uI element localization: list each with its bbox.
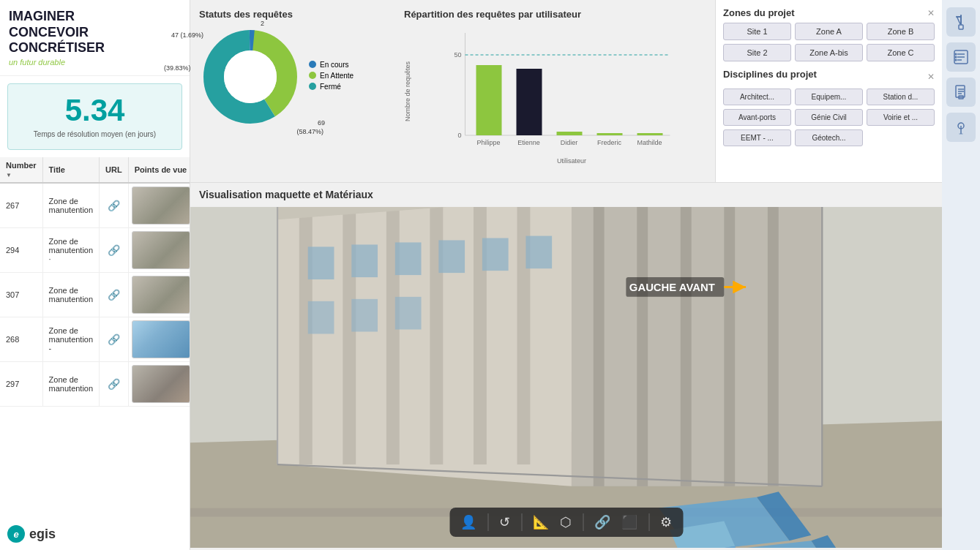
discipline-button[interactable]: EEMT - ... — [723, 129, 791, 146]
cell-url[interactable]: 🔗 — [100, 183, 129, 228]
zone-button[interactable]: Site 1 — [723, 23, 791, 40]
cell-url[interactable]: 🔗 — [100, 227, 129, 272]
svg-rect-38 — [438, 240, 465, 273]
cell-title: Zone de manutention · — [42, 227, 100, 272]
svg-rect-34 — [768, 207, 779, 486]
zone-button[interactable]: Zone A-bis — [795, 44, 863, 61]
col-number: Number▼ — [0, 157, 42, 183]
donut-svg — [199, 26, 302, 128]
table-row[interactable]: 297 Zone de manutention 🔗 — [0, 361, 190, 406]
donut-legend: En cours En Attente Fermé — [309, 61, 354, 94]
toolbar-screen-icon[interactable]: ⬛ — [621, 514, 637, 530]
cell-url[interactable]: 🔗 — [100, 317, 129, 361]
svg-point-3 — [224, 50, 277, 103]
link-icon[interactable]: 🔗 — [108, 334, 120, 345]
cell-url[interactable]: 🔗 — [100, 361, 129, 406]
right-sidebar — [942, 0, 980, 550]
toolbar-settings-icon[interactable]: ⚙ — [660, 514, 672, 530]
cell-number: 307 — [0, 272, 42, 317]
zones-grid: Site 1Zone AZone BSite 2Zone A-bisZone C — [723, 23, 935, 61]
zone-button[interactable]: Site 2 — [723, 44, 791, 61]
link-icon[interactable]: 🔗 — [108, 200, 120, 211]
dot-attente — [309, 72, 316, 79]
legend-attente: En Attente — [309, 72, 354, 80]
zones-panel: Zones du projet ✕ Site 1Zone AZone BSite… — [715, 0, 942, 182]
svg-rect-39 — [482, 238, 509, 271]
logo-area: IMAGINER CONCEVOIR CONCRÉTISER un futur … — [0, 0, 190, 76]
cell-thumbnail — [128, 227, 190, 272]
dot-encours — [309, 61, 316, 68]
top-charts: Statuts des requêtes 2 47 (1.69%) — [190, 0, 942, 183]
sidebar-location-icon[interactable] — [946, 113, 976, 142]
annot-39: (39.83%) — [164, 64, 191, 72]
svg-rect-31 — [637, 207, 648, 486]
discipline-button[interactable]: Voirie et ... — [867, 109, 935, 126]
discipline-button[interactable]: Génie Civil — [795, 109, 863, 126]
svg-text:GAUCHE AVANT: GAUCHE AVANT — [629, 282, 715, 293]
cell-title: Zone de manutention — [42, 183, 100, 228]
cell-url[interactable]: 🔗 — [100, 272, 129, 317]
discipline-button[interactable]: Avant-ports — [723, 109, 791, 126]
viewer-section: Visualisation maquette et Matériaux — [190, 183, 942, 550]
bar-section: Répartition des requêtes par utilisateur… — [395, 0, 715, 182]
discipline-button[interactable]: Equipem... — [795, 88, 863, 105]
cell-number: 294 — [0, 227, 42, 272]
svg-rect-9 — [476, 65, 502, 135]
building-svg: GAUCHE AVANT — [190, 207, 942, 548]
legend-encours: En cours — [309, 61, 354, 69]
svg-rect-62 — [959, 25, 963, 29]
svg-rect-30 — [594, 207, 605, 486]
metric-label: Temps de résolution moyen (en jours) — [15, 130, 174, 138]
sidebar-list-icon[interactable] — [946, 42, 976, 72]
cell-title: Zone de manutention — [42, 272, 100, 317]
disc-grid: Architect...Equipem...Station d...Avant-… — [723, 88, 935, 146]
toolbar-measure-icon[interactable]: 📐 — [533, 514, 549, 530]
zone-button[interactable]: Zone C — [867, 44, 935, 61]
svg-rect-32 — [681, 207, 692, 486]
toolbar-rotate-icon[interactable]: ↺ — [499, 514, 510, 530]
sidebar-crane-icon[interactable] — [946, 7, 976, 37]
cell-number: 268 — [0, 317, 42, 361]
link-icon[interactable]: 🔗 — [108, 244, 120, 256]
link-icon[interactable]: 🔗 — [108, 289, 120, 301]
sidebar-doc-icon[interactable] — [946, 78, 976, 107]
legend-ferme: Fermé — [309, 83, 354, 91]
label-attente: En Attente — [320, 72, 354, 80]
zone-button[interactable]: Zone B — [867, 23, 935, 40]
col-url: URL — [100, 157, 129, 183]
discipline-button[interactable]: Architect... — [723, 88, 791, 105]
svg-rect-41 — [308, 301, 334, 334]
disciplines-close-icon[interactable]: ✕ — [927, 72, 935, 82]
x-label: Utilisateur — [437, 157, 706, 165]
table-row[interactable]: 267 Zone de manutention 🔗 — [0, 183, 190, 228]
link-icon[interactable]: 🔗 — [108, 378, 120, 390]
table-row[interactable]: 294 Zone de manutention · 🔗 — [0, 227, 190, 272]
cell-number: 297 — [0, 361, 42, 406]
cell-thumbnail — [128, 272, 190, 317]
zone-button[interactable]: Zone A — [795, 23, 863, 40]
bottom-content: Visualisation maquette et Matériaux — [190, 183, 942, 550]
table-row[interactable]: 268 Zone de manutention - 🔗 — [0, 317, 190, 361]
disciplines-title: Disciplines du projet — [723, 69, 817, 80]
table-row[interactable]: 307 Zone de manutention 🔗 — [0, 272, 190, 317]
bar-chart-container: Nombre de requêtes 50 0 Philippe — [404, 26, 706, 157]
discipline-button[interactable]: Géotech... — [795, 129, 863, 146]
cell-thumbnail — [128, 317, 190, 361]
annot-47-pct: 47 (1.69%) — [171, 31, 203, 39]
left-panel: IMAGINER CONCEVOIR CONCRÉTISER un futur … — [0, 0, 190, 550]
toolbar-cube-icon[interactable]: ⬡ — [560, 514, 572, 530]
cell-title: Zone de manutention — [42, 361, 100, 406]
logo-sub: un futur durable — [9, 58, 181, 67]
egis-logo: e egis — [0, 518, 190, 550]
cell-thumbnail — [128, 361, 190, 406]
svg-text:Frederic: Frederic — [597, 139, 622, 146]
toolbar-person-icon[interactable]: 👤 — [460, 514, 476, 530]
zones-close-icon[interactable]: ✕ — [927, 8, 935, 18]
svg-text:50: 50 — [454, 51, 461, 59]
discipline-button[interactable]: Station d... — [867, 88, 935, 105]
toolbar-tree-icon[interactable]: 🔗 — [594, 514, 610, 530]
viewer-3d[interactable]: GAUCHE AVANT — [190, 207, 942, 548]
svg-rect-11 — [517, 69, 542, 135]
metric-value: 5.34 — [15, 95, 174, 126]
svg-marker-29 — [572, 207, 822, 486]
